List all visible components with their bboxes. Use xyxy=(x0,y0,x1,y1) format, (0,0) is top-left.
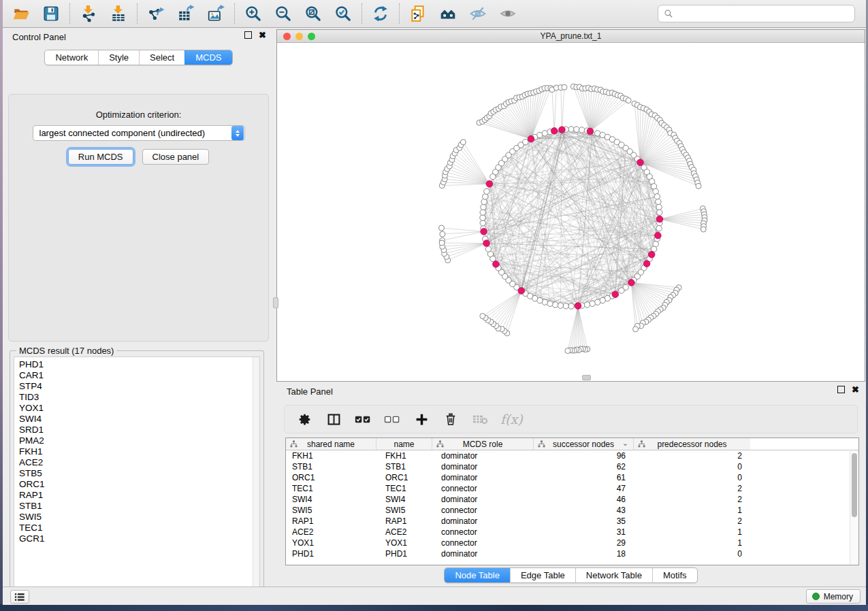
column-header-name[interactable]: name xyxy=(376,438,432,450)
tab-mcds[interactable]: MCDS xyxy=(184,50,231,65)
wallpaper-bottom xyxy=(0,604,868,611)
table-row[interactable]: SWI5SWI5connector431 xyxy=(286,505,858,516)
import-network-icon[interactable] xyxy=(78,3,99,24)
table-row[interactable]: STB1STB1dominator620 xyxy=(286,461,858,472)
table-row[interactable]: RAP1RAP1dominator352 xyxy=(286,516,858,527)
save-icon[interactable] xyxy=(41,3,61,24)
table-row[interactable]: TEC1TEC1connector472 xyxy=(286,483,858,494)
window-minimize-icon[interactable] xyxy=(295,33,303,40)
mcds-result-item[interactable]: SRD1 xyxy=(19,425,259,435)
mcds-result-item[interactable]: SWI5 xyxy=(19,512,259,523)
task-history-button[interactable] xyxy=(10,590,29,604)
tab-motifs[interactable]: Motifs xyxy=(652,568,697,582)
table-row[interactable]: ACE2ACE2connector311 xyxy=(286,527,858,538)
float-table-panel-icon[interactable] xyxy=(837,386,845,393)
tab-network[interactable]: Network xyxy=(45,50,98,65)
network-window-titlebar[interactable]: YPA_prune.txt_1 xyxy=(277,30,865,43)
select-all-rows-icon[interactable] xyxy=(354,410,372,428)
table-cell: RAP1 xyxy=(286,516,376,527)
table-row[interactable]: FKH1FKH1dominator962 xyxy=(286,450,858,461)
table-cell: dominator xyxy=(432,516,534,527)
open-file-icon[interactable] xyxy=(11,3,31,24)
window-close-icon[interactable] xyxy=(283,33,291,40)
export-table-icon[interactable] xyxy=(176,3,196,24)
zoom-in-icon[interactable] xyxy=(243,3,263,24)
table-row[interactable]: ORC1ORC1dominator610 xyxy=(286,472,858,483)
network-canvas[interactable] xyxy=(277,43,865,381)
window-maximize-icon[interactable] xyxy=(308,33,315,40)
table-scrollbar[interactable] xyxy=(850,451,858,565)
table-row[interactable]: PHD1PHD1dominator180 xyxy=(286,548,858,559)
criterion-dropdown[interactable]: largest connected component (undirected) xyxy=(33,125,245,141)
column-attribute-icon xyxy=(538,440,545,448)
delete-column-icon[interactable] xyxy=(442,410,460,428)
vertical-splitter-handle[interactable] xyxy=(273,297,278,308)
tab-node-table[interactable]: Node Table xyxy=(445,568,510,582)
show-all-icon[interactable] xyxy=(498,3,518,24)
export-network-icon[interactable] xyxy=(146,3,166,24)
mcds-list-scrollbar[interactable] xyxy=(253,357,259,593)
function-builder-button[interactable]: f(x) xyxy=(500,412,523,427)
search-box[interactable] xyxy=(658,5,855,22)
copy-network-icon[interactable] xyxy=(408,3,428,24)
tab-select[interactable]: Select xyxy=(139,50,184,65)
column-header-predecessor-nodes[interactable]: predecessor nodes xyxy=(634,438,750,450)
mcds-result-item[interactable]: FKH1 xyxy=(19,446,259,457)
mcds-result-item[interactable]: RAP1 xyxy=(19,490,259,501)
tab-edge-table[interactable]: Edge Table xyxy=(510,568,575,582)
table-cell: connector xyxy=(432,538,534,548)
mcds-result-item[interactable]: STB5 xyxy=(19,468,259,479)
node-table[interactable]: shared namenameMCDS rolesuccessor nodes⌄… xyxy=(285,437,859,565)
mcds-result-item[interactable]: SWI4 xyxy=(19,414,259,425)
table-cell: STB1 xyxy=(286,461,376,472)
horizontal-splitter-handle[interactable] xyxy=(582,375,591,380)
create-column-icon[interactable] xyxy=(413,410,430,428)
mcds-result-item[interactable]: TID3 xyxy=(19,392,259,403)
memory-button[interactable]: Memory xyxy=(806,589,861,604)
zoom-selected-icon[interactable] xyxy=(333,3,353,24)
mcds-result-item[interactable]: ORC1 xyxy=(19,479,259,490)
hide-selected-icon[interactable] xyxy=(468,3,488,24)
table-cell: 35 xyxy=(534,516,634,527)
table-cell: 2 xyxy=(634,516,750,527)
mcds-result-item[interactable]: STB1 xyxy=(19,501,259,512)
export-image-icon[interactable] xyxy=(206,3,226,24)
table-cell: 0 xyxy=(634,461,750,472)
table-row[interactable]: SWI4SWI4dominator462 xyxy=(286,494,858,505)
deselect-all-rows-icon[interactable] xyxy=(383,410,401,428)
table-cell: SWI4 xyxy=(376,494,432,505)
table-scrollbar-thumb[interactable] xyxy=(852,453,857,517)
mcds-result-item[interactable]: ACE2 xyxy=(19,457,259,468)
tab-network-table[interactable]: Network Table xyxy=(575,568,652,582)
show-columns-icon[interactable] xyxy=(325,410,342,428)
table-options-gear-icon[interactable] xyxy=(295,410,313,428)
control-panel-tabs: NetworkStyleSelectMCDS xyxy=(44,50,232,65)
close-table-panel-icon[interactable]: ✖ xyxy=(852,386,859,393)
column-header-successor-nodes[interactable]: successor nodes⌄ xyxy=(534,438,634,450)
table-cell xyxy=(750,516,858,527)
mcds-result-item[interactable]: CAR1 xyxy=(19,370,259,381)
search-input[interactable] xyxy=(677,9,849,19)
mcds-result-item[interactable]: GCR1 xyxy=(19,533,259,544)
column-header-MCDS-role[interactable]: MCDS role xyxy=(432,438,534,450)
mcds-result-item[interactable]: STP4 xyxy=(19,381,259,392)
zoom-out-icon[interactable] xyxy=(273,3,293,24)
column-header-shared-name[interactable]: shared name xyxy=(286,438,376,450)
run-mcds-button[interactable]: Run MCDS xyxy=(68,149,133,165)
mcds-result-item[interactable]: PHD1 xyxy=(19,359,259,370)
mcds-result-item[interactable]: YOX1 xyxy=(19,403,259,414)
close-panel-icon[interactable]: ✖ xyxy=(259,31,266,39)
mcds-result-item[interactable]: TEC1 xyxy=(19,523,259,533)
close-panel-button[interactable]: Close panel xyxy=(142,149,210,165)
mcds-result-list[interactable]: PHD1CAR1STP4TID3YOX1SWI4SRD1PMA2FKH1ACE2… xyxy=(14,357,260,594)
mcds-result-item[interactable]: PMA2 xyxy=(19,435,259,446)
first-neighbors-icon[interactable] xyxy=(438,3,458,24)
table-cell: 47 xyxy=(534,483,634,494)
table-row[interactable]: YOX1YOX1connector291 xyxy=(286,538,858,548)
import-table-icon[interactable] xyxy=(108,3,129,24)
refresh-icon[interactable] xyxy=(370,3,391,24)
delete-table-icon[interactable] xyxy=(471,410,489,428)
tab-style[interactable]: Style xyxy=(98,50,139,65)
zoom-fit-icon[interactable] xyxy=(303,3,323,24)
float-panel-icon[interactable] xyxy=(244,31,252,39)
